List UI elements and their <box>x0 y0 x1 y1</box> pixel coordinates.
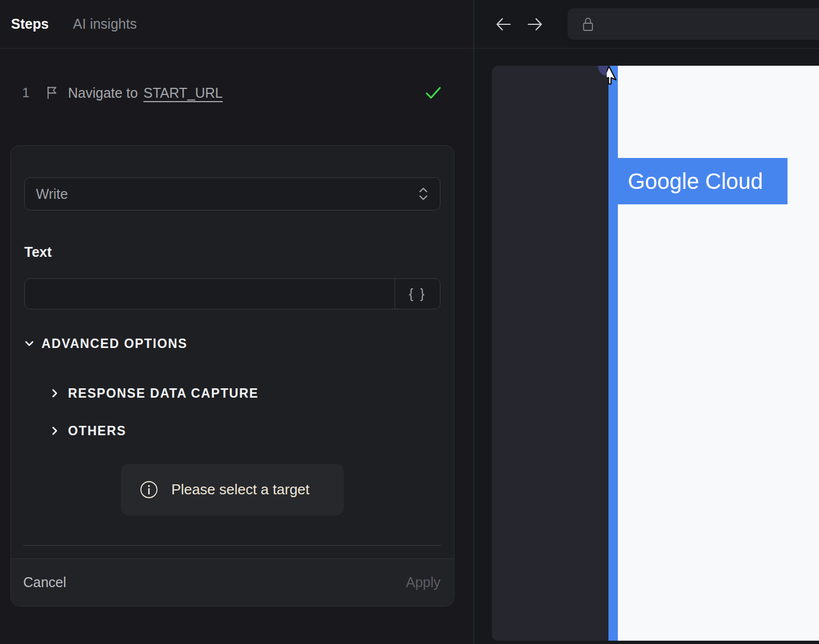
element-highlight-stripe <box>608 66 618 641</box>
info-icon <box>140 481 158 499</box>
text-field-label: Text <box>24 244 52 260</box>
action-select[interactable]: Write <box>24 177 440 210</box>
page-content <box>618 66 819 641</box>
lock-icon <box>581 15 595 33</box>
step-editor-card: Write Text { } ADVANCED OPTIONS <box>11 145 454 606</box>
chevron-right-icon <box>50 388 60 398</box>
text-input-group: { } <box>24 278 440 309</box>
step-number: 1 <box>22 85 31 101</box>
card-footer: Cancel Apply <box>11 558 454 606</box>
response-data-capture-toggle[interactable]: RESPONSE DATA CAPTURE <box>50 382 259 404</box>
advanced-options-toggle[interactable]: ADVANCED OPTIONS <box>24 332 187 355</box>
back-arrow-icon[interactable] <box>495 15 512 33</box>
select-updown-icon <box>418 187 429 201</box>
forward-arrow-icon[interactable] <box>526 15 544 33</box>
tab-ai-insights[interactable]: AI insights <box>73 16 136 32</box>
footer-divider <box>23 545 442 546</box>
text-input[interactable] <box>25 279 395 309</box>
response-data-capture-label: RESPONSE DATA CAPTURE <box>68 386 259 401</box>
page-dark-section <box>492 66 608 641</box>
others-label: OTHERS <box>68 424 126 439</box>
check-icon <box>424 84 442 102</box>
cancel-button[interactable]: Cancel <box>23 574 66 590</box>
panel-tab-bar: Steps AI insights <box>0 0 474 49</box>
browser-toolbar <box>475 0 819 49</box>
step-action-text: Navigate to <box>68 85 138 101</box>
google-cloud-highlight[interactable]: Google Cloud <box>618 158 788 204</box>
chevron-down-icon <box>24 339 34 349</box>
chevron-right-icon <box>50 426 60 436</box>
flag-icon <box>45 86 59 100</box>
google-cloud-label: Google Cloud <box>628 169 763 194</box>
apply-button[interactable]: Apply <box>406 574 440 590</box>
step-label: Navigate to START_URL <box>68 85 223 101</box>
tab-steps[interactable]: Steps <box>11 16 49 32</box>
select-target-hint-text: Please select a target <box>171 481 309 498</box>
browser-viewport: Google Cloud <box>492 66 819 641</box>
advanced-options-label: ADVANCED OPTIONS <box>41 336 187 351</box>
steps-panel: Steps AI insights 1 Navigate to START_UR… <box>0 0 474 644</box>
others-toggle[interactable]: OTHERS <box>50 420 126 442</box>
select-target-hint: Please select a target <box>121 464 344 515</box>
url-bar[interactable] <box>568 8 819 40</box>
step-target-link[interactable]: START_URL <box>143 85 223 101</box>
action-select-value: Write <box>36 186 418 202</box>
mouse-cursor-icon <box>607 66 632 91</box>
browser-panel: Google Cloud <box>475 0 819 644</box>
step-row[interactable]: 1 Navigate to START_URL <box>0 77 474 108</box>
insert-variable-button[interactable]: { } <box>395 279 440 309</box>
